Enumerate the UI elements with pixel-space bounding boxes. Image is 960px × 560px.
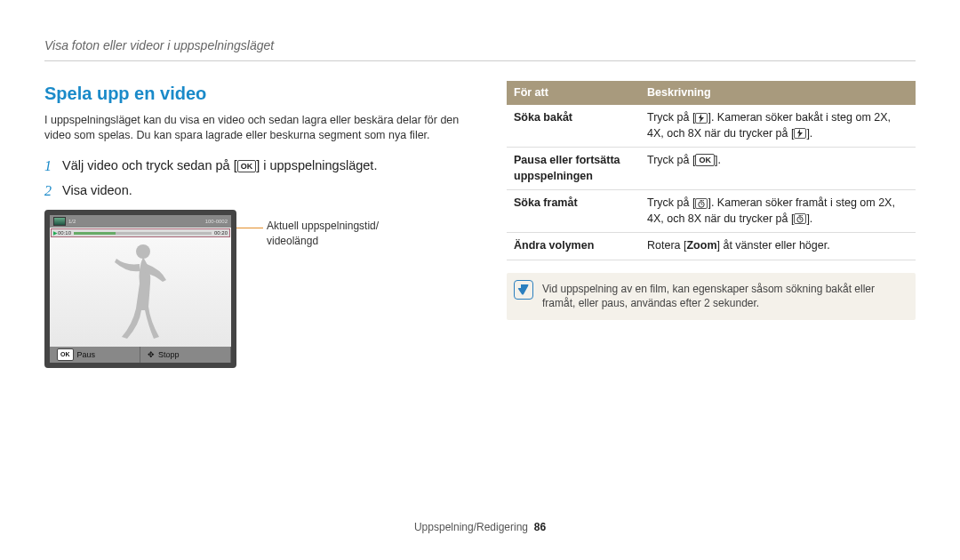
ok-button-icon: OK xyxy=(237,160,257,172)
table-row: Pausa eller fortsätta uppspelningen Tryc… xyxy=(507,148,916,190)
row-description: Rotera [Zoom] åt vänster eller höger. xyxy=(640,233,916,260)
page-number: 86 xyxy=(534,521,546,533)
thumbnail-icon xyxy=(53,217,66,226)
callout-line xyxy=(236,228,263,228)
pause-label: Paus xyxy=(77,349,96,361)
ok-button-icon: OK xyxy=(695,154,715,166)
step-1-text-pre: Välj video och tryck sedan på [ xyxy=(62,158,237,172)
step-number: 2 xyxy=(44,181,62,201)
svg-point-0 xyxy=(136,244,150,259)
camera-topbar: 1/2 100-0002 xyxy=(50,215,231,228)
stop-button-area: ✥ Stopp xyxy=(140,347,231,363)
table-row: Söka framåt Tryck på [ ]. Kameran söker … xyxy=(507,190,916,233)
row-description: Tryck på [ ]. Kameran söker bakåt i steg… xyxy=(640,105,916,148)
file-number: 100-0002 xyxy=(205,218,228,225)
nav-icon: ✥ xyxy=(148,349,155,361)
row-label: Söka framåt xyxy=(507,190,640,233)
table-row: Söka bakåt Tryck på [ ]. Kameran söker b… xyxy=(507,105,916,148)
row-description: Tryck på [ ]. Kameran söker framåt i ste… xyxy=(640,190,916,233)
step-number: 1 xyxy=(44,156,62,176)
controls-table: För att Beskrivning Söka bakåt Tryck på … xyxy=(507,81,916,260)
step-2-text: Visa videon. xyxy=(62,181,132,199)
row-description: Tryck på [OK]. xyxy=(640,148,916,190)
row-label: Söka bakåt xyxy=(507,105,640,148)
table-header-description: Beskrivning xyxy=(640,81,916,106)
intro-text: I uppspelningsläget kan du visa en video… xyxy=(44,113,471,144)
footer-section: Uppspelning/Redigering xyxy=(414,521,528,533)
step-2: 2 Visa videon. xyxy=(44,181,471,201)
row-label: Pausa eller fortsätta uppspelningen xyxy=(507,148,640,190)
flash-icon xyxy=(794,128,806,139)
pause-button-area: OK Paus xyxy=(50,347,140,363)
timer-icon xyxy=(695,198,708,209)
count-indicator: 1/2 xyxy=(68,218,76,225)
table-row: Ändra volymen Rotera [Zoom] åt vänster e… xyxy=(507,233,916,260)
timer-icon xyxy=(794,213,806,224)
callout-text: Aktuell uppspelningstid/ videolängd xyxy=(267,219,379,249)
table-header-action: För att xyxy=(507,81,640,106)
note-text: Vid uppspelning av en film, kan egenskap… xyxy=(542,283,875,310)
time-total: 00:20 xyxy=(214,229,228,236)
breadcrumb-header: Visa foton eller videor i uppspelningslä… xyxy=(44,37,916,61)
dancer-silhouette xyxy=(100,239,180,346)
note-icon xyxy=(514,280,533,300)
info-note: Vid uppspelning av en film, kan egenskap… xyxy=(507,273,916,321)
section-title: Spela upp en video xyxy=(44,81,471,106)
stop-label: Stopp xyxy=(158,349,180,361)
row-label: Ändra volymen xyxy=(507,233,640,260)
camera-playback-figure: 1/2 100-0002 ▶ 00:10 00:20 xyxy=(44,210,236,368)
step-1: 1 Välj video och tryck sedan på [OK] i u… xyxy=(44,156,471,176)
progress-bar: ▶ 00:10 00:20 xyxy=(51,228,230,237)
page-footer: Uppspelning/Redigering 86 xyxy=(0,520,960,535)
time-elapsed: 00:10 xyxy=(58,229,71,236)
flash-icon xyxy=(695,113,708,124)
step-1-text-post: ] i uppspelningsläget. xyxy=(256,158,377,172)
ok-icon: OK xyxy=(57,348,74,361)
